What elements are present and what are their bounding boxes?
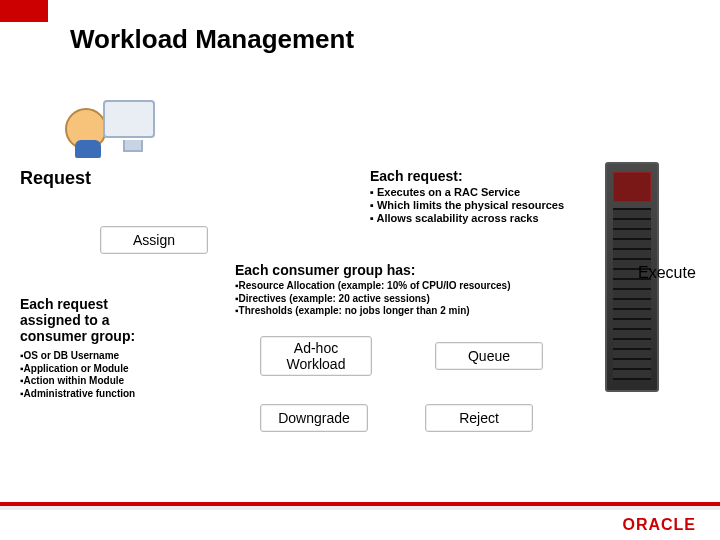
cg-has-bullet-3: Thresholds (example: no jobs longer than…	[239, 305, 470, 316]
consumer-group-heading: Each request assigned to a consumer grou…	[20, 296, 170, 344]
execute-label: Execute	[638, 264, 696, 282]
user-at-workstation-icon	[65, 100, 155, 158]
cg-has-heading: Each consumer group has:	[235, 262, 415, 278]
oracle-logo: ORACLE	[622, 516, 696, 534]
cg-bullet-4: Administrative function	[24, 388, 136, 399]
cg-bullet-3: Action within Module	[24, 375, 125, 386]
each-request-bullet-1: Executes on a RAC Service	[377, 186, 520, 198]
each-request-bullet-3: Allows scalability across racks	[377, 212, 539, 224]
cg-bullet-2: Application or Module	[24, 363, 129, 374]
slide-title: Workload Management	[70, 24, 354, 55]
cg-has-bullet-2: Directives (example: 20 active sessions)	[239, 293, 430, 304]
assign-node: Assign	[100, 226, 208, 254]
adhoc-workload-node: Ad-hoc Workload	[260, 336, 372, 376]
reject-node: Reject	[425, 404, 533, 432]
brand-accent-block	[0, 0, 48, 22]
each-request-heading: Each request:	[370, 168, 463, 184]
downgrade-node: Downgrade	[260, 404, 368, 432]
footer-divider	[0, 506, 720, 510]
consumer-group-bullets: OS or DB Username Application or Module …	[20, 350, 135, 400]
cg-has-bullets: Resource Allocation (example: 10% of CPU…	[235, 280, 510, 318]
each-request-bullet-2: Which limits the physical resources	[377, 199, 564, 211]
queue-node: Queue	[435, 342, 543, 370]
queue-label: Queue	[435, 342, 543, 370]
each-request-bullets: Executes on a RAC Service Which limits t…	[370, 186, 564, 226]
cg-bullet-1: OS or DB Username	[24, 350, 120, 361]
cg-has-bullet-1: Resource Allocation (example: 10% of CPU…	[239, 280, 511, 291]
request-label: Request	[20, 168, 91, 189]
adhoc-line-1: Ad-hoc	[287, 340, 346, 356]
adhoc-line-2: Workload	[287, 356, 346, 372]
reject-label: Reject	[425, 404, 533, 432]
assign-box-label: Assign	[100, 226, 208, 254]
downgrade-label: Downgrade	[260, 404, 368, 432]
